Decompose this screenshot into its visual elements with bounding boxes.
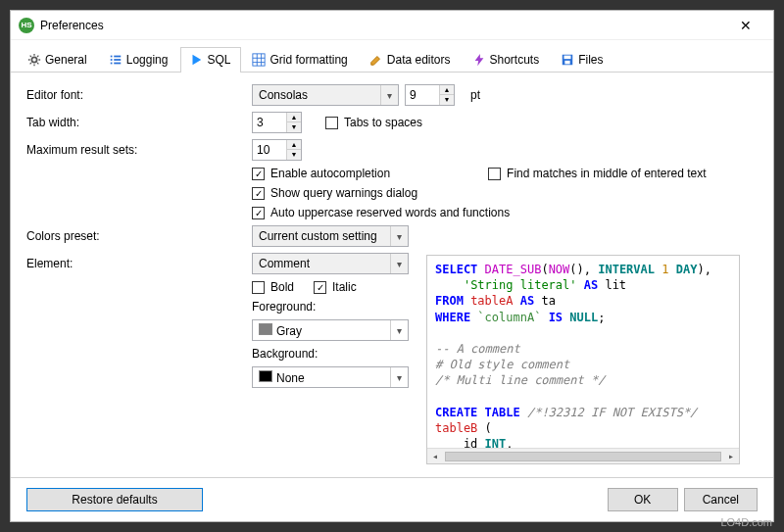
list-icon [109,53,122,67]
tab-logging[interactable]: Logging [100,47,179,73]
tab-label: Shortcuts [490,53,540,67]
label-pt: pt [470,88,480,102]
pencil-icon [369,53,383,67]
font-size-value: 9 [406,85,439,105]
gear-icon [27,53,41,67]
label-find-matches: Find matches in middle of entered text [507,167,706,180]
enable-autocomplete-checkbox[interactable] [252,168,265,180]
window-title: Preferences [40,19,726,32]
panel-body: Editor font: Consolas ▾ 9 ▲▼ pt Tab widt… [11,73,773,477]
label-element: Element: [26,257,252,270]
label-tabs-to-spaces: Tabs to spaces [344,116,422,129]
label-bold: Bold [270,280,294,294]
tab-label: Grid formatting [270,53,347,67]
spinner-down[interactable]: ▼ [440,95,454,105]
label-colors-preset: Colors preset: [26,229,252,243]
find-matches-checkbox[interactable] [488,168,501,180]
chevron-down-icon: ▾ [380,85,398,105]
label-foreground: Foreground: [252,300,316,314]
svg-rect-15 [564,56,571,60]
italic-checkbox[interactable] [314,281,326,294]
tab-data-editors[interactable]: Data editors [361,47,462,73]
tab-label: Logging [126,53,169,67]
close-button[interactable]: ✕ [726,18,765,33]
tab-bar: General Logging SQL Grid formatting Data… [11,40,773,73]
font-name-combo[interactable]: Consolas ▾ [252,84,399,106]
svg-marker-13 [474,54,483,66]
sql-preview: SELECT DATE_SUB(NOW(), INTERVAL 1 DAY), … [426,255,740,464]
spinner-up[interactable]: ▲ [287,140,301,150]
svg-point-0 [31,57,36,62]
label-background: Background: [252,347,318,361]
background-value: None [253,370,390,385]
save-icon [561,53,574,67]
preferences-window: HS Preferences ✕ General Logging SQL Gri… [10,10,774,522]
font-name-value: Consolas [253,88,380,102]
label-italic: Italic [332,280,357,294]
tab-width-value: 3 [253,113,286,132]
bolt-icon [472,53,486,67]
colors-preset-value: Current custom setting [253,229,390,243]
tab-shortcuts[interactable]: Shortcuts [464,47,551,73]
label-show-query-warnings: Show query warnings dialog [270,186,417,200]
app-icon: HS [19,18,34,33]
ok-button[interactable]: OK [608,488,678,511]
tab-general[interactable]: General [19,47,98,73]
foreground-combo[interactable]: Gray ▾ [252,319,409,341]
svg-rect-8 [253,54,265,66]
tabs-to-spaces-checkbox[interactable] [325,117,338,129]
label-enable-autocomplete: Enable autocompletion [270,167,390,180]
svg-rect-16 [565,61,570,65]
svg-rect-2 [110,59,112,61]
spinner-up[interactable]: ▲ [287,113,301,122]
tab-files[interactable]: Files [552,47,613,73]
footer: Restore defaults OK Cancel [11,477,773,521]
show-query-warnings-checkbox[interactable] [252,187,265,200]
tab-label: Data editors [387,53,451,67]
chevron-down-icon: ▾ [390,254,408,273]
spinner-down[interactable]: ▼ [287,150,301,160]
label-tab-width: Tab width: [26,116,252,129]
spinner-down[interactable]: ▼ [287,122,301,132]
label-auto-uppercase: Auto uppercase reserved words and functi… [270,206,510,219]
svg-rect-4 [114,56,121,58]
element-combo[interactable]: Comment ▾ [252,253,409,274]
chevron-down-icon: ▾ [390,226,408,246]
max-result-sets-value: 10 [253,140,286,160]
label-editor-font: Editor font: [26,88,252,102]
font-size-spinner[interactable]: 9 ▲▼ [405,84,455,106]
grid-icon [252,53,266,67]
scroll-right-icon[interactable]: ▸ [723,450,739,463]
tab-sql[interactable]: SQL [180,47,241,73]
svg-rect-3 [110,63,112,65]
bold-checkbox[interactable] [252,281,265,294]
tab-label: Files [578,53,603,67]
scroll-thumb[interactable] [445,452,721,461]
tab-label: General [45,53,87,67]
preview-scrollbar[interactable]: ◂ ▸ [427,448,739,463]
cancel-button[interactable]: Cancel [684,488,758,511]
chevron-down-icon: ▾ [390,320,408,340]
spinner-up[interactable]: ▲ [440,85,454,95]
element-value: Comment [253,257,390,270]
chevron-down-icon: ▾ [390,367,408,387]
scroll-left-icon[interactable]: ◂ [427,450,443,463]
play-icon [189,53,203,67]
svg-rect-1 [110,56,112,58]
label-max-result-sets: Maximum result sets: [26,143,252,157]
restore-defaults-button[interactable]: Restore defaults [26,488,203,511]
tab-grid-formatting[interactable]: Grid formatting [243,47,358,73]
tab-width-spinner[interactable]: 3 ▲▼ [252,112,302,133]
auto-uppercase-checkbox[interactable] [252,207,265,219]
svg-rect-6 [114,63,121,65]
foreground-value: Gray [253,323,390,338]
svg-marker-7 [193,55,202,66]
background-combo[interactable]: None ▾ [252,366,409,388]
colors-preset-combo[interactable]: Current custom setting ▾ [252,225,409,247]
svg-rect-5 [114,59,121,61]
titlebar: HS Preferences ✕ [11,11,773,40]
max-result-sets-spinner[interactable]: 10 ▲▼ [252,139,302,161]
tab-label: SQL [207,53,230,67]
